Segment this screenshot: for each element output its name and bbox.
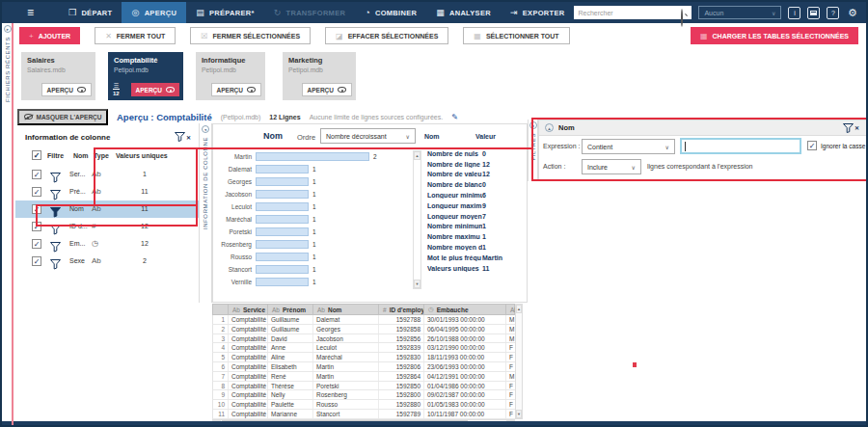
table-row[interactable]: 4ComptabilitéAnneLeculot159283903/12/199… xyxy=(212,343,515,353)
table-column-header[interactable]: #ID d'employé xyxy=(379,305,424,314)
expression-dropdown[interactable]: Contient∨ xyxy=(582,139,675,154)
expand-panel-icon[interactable]: ▸ xyxy=(4,25,12,33)
file-card-marketing[interactable]: MarketingPetipoi.mdbAPERÇU xyxy=(283,52,356,100)
column-info-row[interactable]: ✓NomAb11 xyxy=(15,200,199,218)
close-selected-button[interactable]: ☒FERMER SÉLECTIONNÉES xyxy=(190,27,311,44)
table-column-header[interactable]: AbService xyxy=(229,305,268,314)
table-cell: 06/04/1995 00:00:00 xyxy=(424,325,506,334)
column-info-row[interactable]: ✓ID d...#12 xyxy=(15,218,199,235)
table-row[interactable]: 11ComptabilitéMarianneStancort159278910/… xyxy=(212,410,515,419)
action-dropdown[interactable]: Inclure∨ xyxy=(582,159,641,174)
column-checkbox[interactable]: ✓ xyxy=(32,222,41,231)
clear-filters-icon[interactable]: ✕ xyxy=(175,132,191,142)
tab-analyser[interactable]: ▦ANALYSER xyxy=(426,2,501,23)
table-cell: 6 xyxy=(213,362,229,371)
manual-icon[interactable]: ? xyxy=(827,7,839,19)
order-dropdown[interactable]: Nombre décroissant∨ xyxy=(320,128,416,144)
recent-files-strip[interactable]: ▸ FICHIERS RÉCENTS xyxy=(4,23,13,425)
scope-dropdown[interactable]: Aucun ∨ xyxy=(698,6,781,19)
table-column-header[interactable]: AbNom xyxy=(313,305,379,314)
table-row[interactable]: 1ComptabilitéGuillaumeDalemat159278830/0… xyxy=(212,315,515,325)
settings-icon[interactable]: ⚙ xyxy=(846,7,858,19)
table-row[interactable]: 7ComptabilitéRenéMartin159286404/12/1991… xyxy=(212,372,515,382)
table-row[interactable]: 2ComptabilitéGuillaumeGeorges159285806/0… xyxy=(212,325,515,334)
window-icon[interactable] xyxy=(807,7,820,19)
close-all-button[interactable]: ✕FERMER TOUT xyxy=(95,27,176,44)
scroll-up-icon[interactable]: ▲ xyxy=(516,305,522,313)
filter-value-input[interactable] xyxy=(686,143,797,149)
tab-exporter[interactable]: ⇥EXPORTER xyxy=(501,2,575,23)
value-bar[interactable] xyxy=(256,152,369,161)
value-bar[interactable] xyxy=(256,227,309,236)
annotation-dot xyxy=(633,362,637,367)
column-info-row[interactable]: ✓Em...◷12 xyxy=(15,235,199,253)
table-row[interactable]: 5ComptabilitéAlineMaréchal159283018/11/1… xyxy=(212,353,515,362)
table-row[interactable]: 8ComptabilitéThérèsePoretski159285001/04… xyxy=(212,382,515,391)
file-card-informatique[interactable]: InformatiquePetipoi.mdbAPERÇU xyxy=(196,52,265,100)
hide-preview-button[interactable]: MASQUER L'APERÇU xyxy=(17,109,108,125)
value-bar[interactable] xyxy=(256,190,309,199)
scroll-down-icon[interactable]: ▼ xyxy=(516,410,522,418)
table-cell: René xyxy=(268,372,313,381)
clear-filter-icon[interactable]: ✕ xyxy=(843,123,859,133)
scroll-down-icon[interactable]: ▼ xyxy=(414,280,420,288)
apercu-button[interactable]: APERÇU xyxy=(131,83,179,96)
table-row[interactable]: 3ComptabilitéDavidJacobson159285626/10/1… xyxy=(212,334,515,344)
value-bar[interactable] xyxy=(256,278,309,286)
chevron-down-icon: ∨ xyxy=(772,10,775,16)
hamburger-menu-icon[interactable]: ≡ xyxy=(27,2,34,23)
collapse-panel-icon[interactable]: ◂ xyxy=(202,125,209,133)
add-button[interactable]: +AJOUTER xyxy=(19,27,80,44)
load-selected-tables-button[interactable]: ▦CHARGER LES TABLES SÉLECTIONNÉES xyxy=(691,27,858,44)
value-bar[interactable] xyxy=(256,177,309,186)
table-row[interactable]: 10ComptabilitéPauletteRousso159288001/05… xyxy=(212,400,515,410)
info-icon[interactable]: i xyxy=(788,7,800,19)
table-column-header[interactable]: AbPrénom xyxy=(268,305,313,314)
ignore-case-checkbox[interactable]: ✓ xyxy=(807,141,817,150)
column-checkbox[interactable]: ✓ xyxy=(32,187,41,197)
filters-strip[interactable]: ◂ FILTRES xyxy=(528,120,538,181)
value-bar[interactable] xyxy=(256,253,309,261)
column-checkbox[interactable]: ✓ xyxy=(32,239,41,249)
value-bar[interactable] xyxy=(256,202,309,211)
column-info-row[interactable]: ✓SexeAb2 xyxy=(15,253,199,270)
column-info-row[interactable]: ✓Ser...Ab1 xyxy=(15,166,199,183)
tab-départ[interactable]: ❒DÉPART xyxy=(59,2,122,23)
clear-selected-button[interactable]: ◪EFFACER SÉLECTIONNÉES xyxy=(325,27,448,44)
bar-category-label: Martin xyxy=(213,153,256,160)
table-column-header[interactable] xyxy=(213,305,229,314)
column-checkbox[interactable]: ✓ xyxy=(32,256,41,266)
tab-aperçu[interactable]: ◎APERÇU xyxy=(122,2,186,23)
value-bar[interactable] xyxy=(256,165,309,173)
collapse-panel-icon[interactable]: ◂ xyxy=(529,121,537,129)
table-vertical-scrollbar[interactable]: ▲ ▼ xyxy=(515,304,523,419)
collapse-filter-icon[interactable]: ▴ xyxy=(545,123,554,132)
table-column-header[interactable]: ◷Embauche xyxy=(424,305,506,314)
chart-scrollbar[interactable]: ▲ ▼ xyxy=(413,150,421,289)
tab-préparer[interactable]: ▤PRÉPARER* xyxy=(186,2,264,23)
column-checkbox[interactable]: ✓ xyxy=(32,170,41,179)
select-all-button[interactable]: ▦SÉLECTIONNER TOUT xyxy=(463,27,569,44)
select-all-columns-checkbox[interactable]: ✓ xyxy=(32,150,41,160)
tab-transformer[interactable]: ↻TRANSFORMER xyxy=(264,2,355,23)
apercu-button[interactable]: APERÇU xyxy=(211,83,261,96)
apercu-button[interactable]: APERÇU xyxy=(302,83,352,96)
value-bar[interactable] xyxy=(256,215,309,224)
apercu-button[interactable]: APERÇU xyxy=(41,83,92,96)
value-bar[interactable] xyxy=(256,240,309,249)
file-card-salaires[interactable]: SalairesSalaires.mdbAPERÇU xyxy=(21,52,95,100)
value-bar[interactable] xyxy=(256,265,309,274)
column-info-row[interactable]: ✓Pré...Ab11 xyxy=(15,183,199,200)
table-row[interactable]: 6ComptabilitéElisabethMartin159280623/06… xyxy=(212,362,515,372)
table-row[interactable]: 9ComptabilitéNellyRosenberg159280009/02/… xyxy=(212,390,515,400)
edit-pencil-icon[interactable]: ✎ xyxy=(451,113,458,121)
column-info-strip[interactable]: ◂ INFORMATION DE COLONNE xyxy=(199,123,212,303)
file-card-comptabilité[interactable]: ComptabilitéPetipoi.mdb☰12APERÇU xyxy=(108,52,183,100)
actions-toolbar: +AJOUTER ✕FERMER TOUT ☒FERMER SÉLECTIONN… xyxy=(19,26,858,45)
tab-combiner[interactable]: ◔COMBINER xyxy=(355,2,426,23)
search-input[interactable] xyxy=(578,10,678,16)
search-box[interactable] xyxy=(574,6,692,19)
scroll-up-icon[interactable]: ▲ xyxy=(414,151,420,160)
filter-funnel-icon[interactable] xyxy=(50,256,61,274)
column-checkbox[interactable]: ✓ xyxy=(32,204,41,214)
